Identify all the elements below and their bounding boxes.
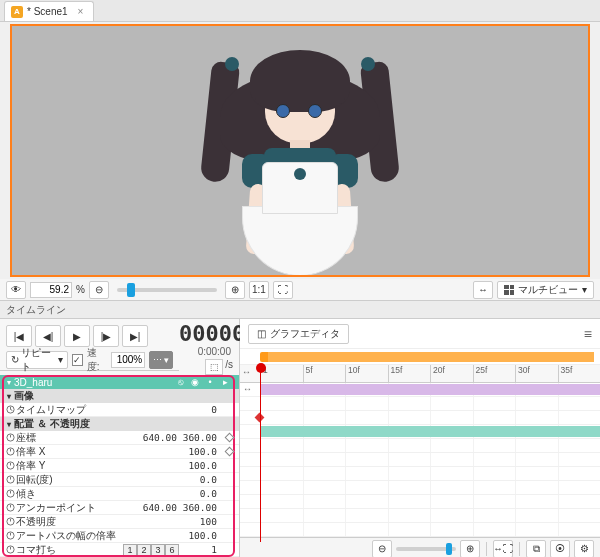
zoom-in-button[interactable]: ⊕ [225,281,245,299]
repeat-toggle[interactable]: ↻ リピート ▾ [6,351,68,369]
track-scalex[interactable] [240,453,600,467]
fit-screen-button[interactable]: ⛶ [273,281,293,299]
fit-11-button[interactable]: 1:1 [249,281,269,299]
object-row-3d-haru[interactable]: ▾ 3D_haru ⎋ ◉ • ▸ [0,375,239,389]
prop-timeremap[interactable]: タイムリマップ 0 [0,403,239,417]
percent-label: % [76,284,85,295]
disclosure-icon[interactable]: ▾ [4,378,14,387]
prop-opacity[interactable]: 不透明度 100 [0,515,239,529]
viewport-toolbar: 👁 % ⊖ ⊕ 1:1 ⛶ ↔ マルチビュー ▾ [0,279,600,301]
track-skew[interactable] [240,495,600,509]
select-tool-button[interactable]: ⬚ [205,359,223,375]
zoom-in-time-button[interactable]: ⊕ [460,540,480,558]
stopwatch-icon[interactable] [4,545,16,554]
timeline-panel-header: タイムライン [0,301,600,319]
speed-input[interactable] [111,352,145,368]
step-forward-button[interactable]: |▶ [93,325,119,347]
repeat-checkbox[interactable] [72,354,83,366]
chevron-down-icon: ▾ [58,354,63,365]
go-end-button[interactable]: ▶| [122,325,148,347]
menu-icon[interactable]: ≡ [584,326,592,342]
koma-1-button[interactable]: 1 [123,544,137,556]
zoom-input[interactable] [30,282,72,298]
step-back-button[interactable]: ◀| [35,325,61,347]
chevron-down-icon: ▾ [582,284,587,295]
stopwatch-icon[interactable] [4,489,16,498]
prop-scale-x[interactable]: 倍率 X 100.0 [0,445,239,459]
time-ruler[interactable]: ↔ 1 5f 10f 15f 20f 25f 30f 35f [240,365,600,383]
zoom-out-button[interactable]: ⊖ [89,281,109,299]
go-start-button[interactable]: |◀ [6,325,32,347]
scene-doc-icon: A [11,6,23,18]
prop-position[interactable]: 座標 640.00 360.00 [0,431,239,445]
prop-koma[interactable]: コマ打ち 1 2 3 6 1 [0,543,239,557]
keyframe-toggle[interactable] [223,448,235,455]
time-zoom-slider[interactable] [396,547,456,551]
fit-timeline-button[interactable]: ↔⛶ [493,540,513,558]
koma-2-button[interactable]: 2 [137,544,151,556]
more-icon[interactable]: • [204,376,216,388]
range-start-handle[interactable] [260,352,268,362]
prop-skew[interactable]: 傾き 0.0 [0,487,239,501]
track-group-transform[interactable] [240,425,600,439]
eye-toggle-button[interactable]: 👁 [6,281,26,299]
speed-label: 速度: [87,346,108,374]
options-button[interactable]: ⚙ [574,540,594,558]
chevron-icon[interactable]: ▸ [219,376,231,388]
playhead[interactable] [260,365,261,542]
prop-rotation[interactable]: 回転(度) 0.0 [0,473,239,487]
prop-anchor[interactable]: アンカーポイント 640.00 360.00 [0,501,239,515]
group-transform[interactable]: ▾配置 ＆ 不透明度 [0,417,239,431]
nav-tool-button[interactable]: ↔ [473,281,493,299]
stopwatch-icon[interactable] [4,433,16,442]
koma-preset-buttons: 1 2 3 6 [123,544,179,556]
repeat-icon: ↻ [11,354,19,365]
stopwatch-icon[interactable] [4,517,16,526]
track-scaley[interactable] [240,467,600,481]
prop-artpath-scale[interactable]: アートパスの幅の倍率 100.0 [0,529,239,543]
ruler-nav-icon[interactable]: ↔ [242,367,251,377]
track-opacity[interactable] [240,523,600,537]
zoom-slider[interactable] [117,288,217,292]
multiview-icon [504,285,514,295]
scene-tab-title: * Scene1 [27,6,68,17]
snap-button[interactable]: ⧉ [526,540,546,558]
graph-editor-header: ◫ グラフエディタ ≡ [240,319,600,349]
keyframe-toggle[interactable] [223,434,235,441]
track-area[interactable]: ↔ [240,383,600,537]
camera-mode-button[interactable]: ⋯ ▾ [149,351,173,369]
track-anchor[interactable] [240,509,600,523]
prop-scale-y[interactable]: 倍率 Y 100.0 [0,459,239,473]
timeline-left-panel: |◀ ◀| ▶ |▶ ▶| ↻ リピート ▾ 速度: ⋯ ▾ [0,319,240,557]
magnet-button[interactable]: ⦿ [550,540,570,558]
stopwatch-icon[interactable] [4,461,16,470]
play-button[interactable]: ▶ [64,325,90,347]
current-frame-display[interactable]: 00000 [179,321,239,346]
stopwatch-icon[interactable] [4,475,16,484]
zoom-out-time-button[interactable]: ⊖ [372,540,392,558]
group-image[interactable]: ▾画像 [0,389,239,403]
stopwatch-icon[interactable] [4,447,16,456]
track-group-image[interactable] [240,397,600,411]
graph-editor-button[interactable]: ◫ グラフエディタ [248,324,349,344]
koma-3-button[interactable]: 3 [151,544,165,556]
track-object[interactable]: ↔ [240,383,600,397]
transport-options: ↻ リピート ▾ 速度: ⋯ ▾ [0,349,179,371]
stopwatch-icon[interactable] [4,405,16,414]
property-tree: ▾ 3D_haru ⎋ ◉ • ▸ ▾画像 タイムリマップ 0 [0,375,239,557]
multiview-button[interactable]: マルチビュー ▾ [497,281,594,299]
koma-6-button[interactable]: 6 [165,544,179,556]
document-tabstrip: A * Scene1 × [0,0,600,22]
link-icon[interactable]: ⎋ [174,376,186,388]
scene-viewport[interactable] [10,24,590,277]
eye-icon[interactable]: ◉ [189,376,201,388]
close-icon[interactable]: × [78,6,84,17]
viewport-container [0,22,600,279]
stopwatch-icon[interactable] [4,531,16,540]
track-rotation[interactable] [240,481,600,495]
track-timeremap[interactable] [240,411,600,425]
stopwatch-icon[interactable] [4,503,16,512]
scene-tab[interactable]: A * Scene1 × [4,1,94,21]
track-position[interactable] [240,439,600,453]
work-range-bar[interactable] [240,349,600,365]
